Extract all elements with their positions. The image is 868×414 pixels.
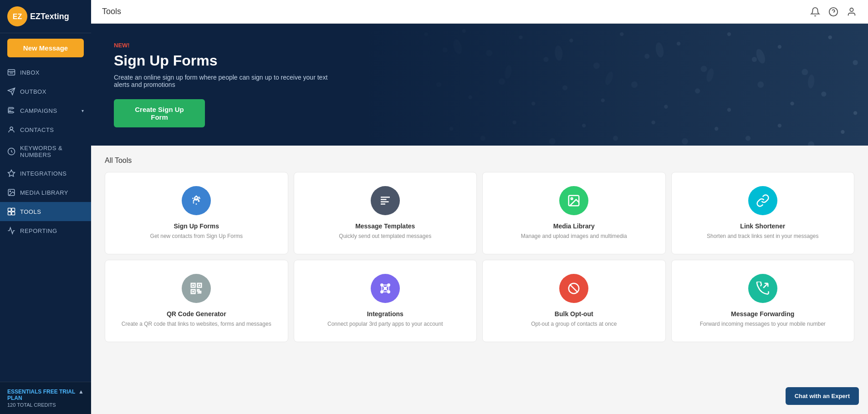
sidebar-item-tools[interactable]: TOOLS bbox=[0, 202, 91, 221]
link-icon bbox=[756, 194, 770, 207]
integrations-icon bbox=[7, 169, 15, 177]
topbar-icons bbox=[810, 6, 857, 17]
svg-line-93 bbox=[386, 289, 388, 291]
svg-point-6 bbox=[10, 191, 10, 192]
chat-widget[interactable]: Chat with an Expert bbox=[786, 387, 859, 405]
chat-widget-label: Chat with an Expert bbox=[795, 393, 850, 399]
sidebar-item-campaigns[interactable]: CAMPAIGNS ▾ bbox=[0, 101, 91, 120]
qr-icon bbox=[189, 282, 203, 295]
tool-desc-link: Shorten and track links sent in your mes… bbox=[707, 232, 818, 240]
forwarding-icon bbox=[756, 282, 770, 295]
nav-menu: INBOX OUTBOX CAMPAIGNS ▾ bbox=[0, 63, 91, 382]
svg-point-74 bbox=[571, 198, 573, 200]
tool-card-message-forwarding[interactable]: Message Forwarding Forward incoming mess… bbox=[671, 260, 855, 342]
tool-desc-signup: Get new contacts from Sign Up Forms bbox=[150, 232, 243, 240]
tool-title-optout: Bulk Opt-out bbox=[555, 310, 593, 318]
svg-point-83 bbox=[381, 291, 383, 293]
sidebar-item-reporting-label: REPORTING bbox=[20, 227, 57, 234]
svg-rect-7 bbox=[8, 208, 11, 212]
tools-section: All Tools Sign Up Forms Get new contacts… bbox=[91, 146, 868, 353]
sidebar-item-inbox[interactable]: INBOX bbox=[0, 63, 91, 82]
svg-line-91 bbox=[386, 286, 388, 288]
contacts-icon bbox=[7, 126, 15, 134]
page-title: Tools bbox=[102, 7, 121, 16]
sidebar-item-integrations[interactable]: INTEGRATIONS bbox=[0, 164, 91, 183]
outbox-icon bbox=[7, 87, 15, 96]
tools-icon bbox=[7, 207, 15, 216]
content-area: NEW! Sign Up Forms Create an online sign… bbox=[91, 24, 868, 414]
link-icon-circle bbox=[748, 186, 777, 215]
tool-card-message-templates[interactable]: Message Templates Quickly send out templ… bbox=[294, 172, 477, 254]
all-tools-heading: All Tools bbox=[105, 157, 854, 165]
tool-title-templates: Message Templates bbox=[355, 222, 415, 230]
sidebar-item-contacts[interactable]: CONTACTS bbox=[0, 120, 91, 139]
svg-line-90 bbox=[383, 286, 385, 288]
optout-icon bbox=[567, 282, 581, 295]
topbar: Tools bbox=[91, 0, 868, 24]
integrations-tool-icon-circle bbox=[371, 274, 400, 303]
create-signup-form-button[interactable]: Create Sign Up Form bbox=[114, 99, 205, 127]
sidebar-item-inbox-label: INBOX bbox=[20, 69, 40, 76]
tool-title-link: Link Shortener bbox=[740, 222, 785, 230]
logo-icon: EZ bbox=[7, 6, 27, 26]
tool-desc-integrations: Connect popular 3rd party apps to your a… bbox=[327, 320, 443, 328]
sidebar-item-contacts-label: CONTACTS bbox=[20, 126, 54, 133]
hero-banner: NEW! Sign Up Forms Create an online sign… bbox=[91, 24, 868, 146]
tool-desc-media: Manage and upload images and multimedia bbox=[521, 232, 627, 240]
svg-rect-8 bbox=[12, 208, 15, 212]
tool-title-media: Media Library bbox=[553, 222, 595, 230]
campaigns-icon bbox=[7, 106, 15, 115]
svg-text:EZ: EZ bbox=[13, 13, 22, 20]
tool-card-link-shortener[interactable]: Link Shortener Shorten and track links s… bbox=[671, 172, 855, 254]
sidebar-item-outbox[interactable]: OUTBOX bbox=[0, 82, 91, 101]
tool-card-qr-code[interactable]: QR Code Generator Create a QR code that … bbox=[105, 260, 288, 342]
tools-grid: Sign Up Forms Get new contacts from Sign… bbox=[105, 172, 854, 342]
sidebar-item-keywords[interactable]: KEYWORDS & NUMBERS bbox=[0, 139, 91, 164]
templates-icon-circle bbox=[371, 186, 400, 215]
notifications-icon[interactable] bbox=[810, 6, 821, 17]
qr-icon-circle bbox=[182, 274, 211, 303]
svg-rect-2 bbox=[8, 70, 15, 75]
brand-name: EZTexting bbox=[30, 12, 69, 21]
tool-title-qr: QR Code Generator bbox=[167, 310, 226, 318]
templates-icon bbox=[378, 194, 392, 207]
profile-icon[interactable] bbox=[846, 6, 857, 17]
svg-line-92 bbox=[383, 289, 385, 291]
optout-icon-circle bbox=[559, 274, 588, 303]
tool-desc-forwarding: Forward incoming messages to your mobile… bbox=[700, 320, 826, 328]
media-icon bbox=[7, 188, 15, 197]
tool-card-bulk-optout[interactable]: Bulk Opt-out Opt-out a group of contacts… bbox=[482, 260, 666, 342]
tool-desc-qr: Create a QR code that links to websites,… bbox=[122, 320, 271, 328]
integrations-tool-icon bbox=[378, 282, 392, 295]
sidebar-item-reporting[interactable]: REPORTING bbox=[0, 221, 91, 240]
tool-title-forwarding: Message Forwarding bbox=[731, 310, 794, 318]
hero-badge: NEW! bbox=[114, 42, 845, 49]
sidebar-footer[interactable]: ▲ ESSENTIALS FREE TRIAL PLAN 120 TOTAL C… bbox=[0, 382, 91, 414]
media-lib-icon-circle bbox=[559, 186, 588, 215]
logo-area: EZ EZTexting bbox=[0, 0, 91, 33]
sidebar-item-outbox-label: OUTBOX bbox=[20, 88, 46, 95]
signup-forms-icon-circle bbox=[182, 186, 211, 215]
media-lib-icon bbox=[567, 194, 581, 207]
keywords-icon bbox=[7, 147, 15, 156]
inbox-icon bbox=[7, 68, 15, 76]
tool-desc-optout: Opt-out a group of contacts at once bbox=[531, 320, 617, 328]
help-icon[interactable] bbox=[828, 6, 839, 17]
tool-card-media-library[interactable]: Media Library Manage and upload images a… bbox=[482, 172, 666, 254]
sidebar-item-keywords-label: KEYWORDS & NUMBERS bbox=[20, 145, 84, 158]
sidebar-item-campaigns-label: CAMPAIGNS bbox=[20, 107, 57, 114]
svg-rect-79 bbox=[199, 284, 200, 286]
tool-card-signup-forms[interactable]: Sign Up Forms Get new contacts from Sign… bbox=[105, 172, 288, 254]
svg-point-81 bbox=[381, 284, 383, 286]
svg-point-3 bbox=[10, 127, 13, 130]
tool-title-signup: Sign Up Forms bbox=[174, 222, 219, 230]
tool-card-integrations[interactable]: Integrations Connect popular 3rd party a… bbox=[294, 260, 477, 342]
new-message-button[interactable]: New Message bbox=[7, 39, 84, 57]
svg-rect-78 bbox=[193, 284, 194, 286]
svg-point-13 bbox=[850, 8, 853, 11]
hero-description: Create an online sign up form where peop… bbox=[114, 74, 342, 88]
forwarding-icon-circle bbox=[748, 274, 777, 303]
sidebar-item-media-label: MEDIA LIBRARY bbox=[20, 189, 68, 196]
plan-credits: 120 TOTAL CREDITS bbox=[7, 402, 84, 408]
sidebar-item-media[interactable]: MEDIA LIBRARY bbox=[0, 183, 91, 202]
